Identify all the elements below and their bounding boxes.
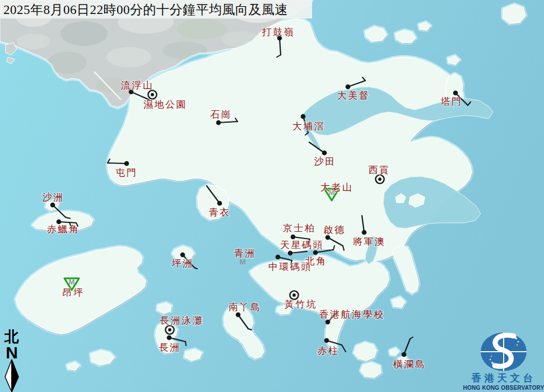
station-label: 天星碼頭 [280,240,324,250]
station-dot [217,201,222,206]
station-dot [322,151,327,156]
station-dot [57,220,62,225]
station-dot [216,120,221,125]
station-label: 流浮山 [121,80,154,91]
wind-staff [108,163,127,164]
compass-north-char: 北 [4,329,19,345]
station-label: 將軍澳 [353,236,386,247]
station-label: 沙洲 [43,192,64,203]
map-title: 2025年8月06日22時00分的十分鐘平均風向及風速 [3,1,317,18]
hko-logo-name-cn: 香港天文台 [471,372,536,384]
no-data-m: M [69,278,75,286]
calm-wind-dot [378,178,382,181]
station-dot [291,235,296,240]
station-dot [453,91,458,96]
station-label: 濕地公園 [143,99,187,110]
station-dot [180,253,185,258]
station-label: 長洲 [159,342,181,353]
compass-north-letter: N [6,343,18,362]
calm-wind-dot [292,293,296,297]
station-label: 西貢 [369,165,390,175]
no-data-m: M [239,258,245,266]
hong-kong-map: 打鼓嶺流浮山濕地公園石崗大美督塔門大埔滘沙田屯門西貢M大老山沙洲赤鱲角青衣京士柏… [0,0,544,392]
station-label: 長洲泳灘 [160,315,203,326]
station-label: 啟德 [324,225,346,235]
station-dot [326,235,331,240]
station-label: 京士柏 [283,223,316,234]
station-dot [124,161,129,166]
station-label: 青衣 [209,207,231,218]
station-dot [301,114,306,119]
station-label: 南丫島 [229,302,262,312]
station-label: 大埔滘 [292,121,326,132]
station-dot [324,338,329,343]
hko-logo-name-en: HONG KONG OBSERVATORY [463,385,544,391]
station-label: 屯門 [116,167,138,178]
station-dot [326,320,331,325]
station-dot [236,312,241,318]
station-label: 石崗 [211,109,233,120]
station-dot [50,203,55,208]
station-label: 橫瀾島 [393,359,426,370]
wind-map-screen: 打鼓嶺流浮山濕地公園石崗大美督塔門大埔滘沙田屯門西貢M大老山沙洲赤鱲角青衣京士柏… [0,0,544,392]
station-label: 赤鱲角 [47,224,80,235]
station-label: 昂坪 [63,287,85,298]
station-dot [313,250,318,255]
station-label: 黃竹坑 [285,299,318,310]
station-label: 青洲 [234,248,256,259]
station-dot [362,230,367,235]
station-dot [346,85,351,90]
station-label: 中環碼頭 [268,262,312,272]
station-label: 香港航海學校 [319,309,385,320]
station-label: 赤柱 [318,346,340,356]
wind-barb [185,342,186,346]
station-label: 大老山 [320,182,354,193]
station-dot [276,255,281,260]
station-label: 塔門 [440,96,463,107]
station-dot [288,251,293,256]
calm-wind-dot [168,328,171,332]
station-label: 大美督 [337,90,370,101]
station-dot [167,335,172,340]
calm-wind-dot [151,93,154,96]
station-dot [402,352,407,357]
station-label: 沙田 [314,156,336,167]
station-label: 坪洲 [172,258,194,269]
station-label: 打鼓嶺 [262,27,295,38]
